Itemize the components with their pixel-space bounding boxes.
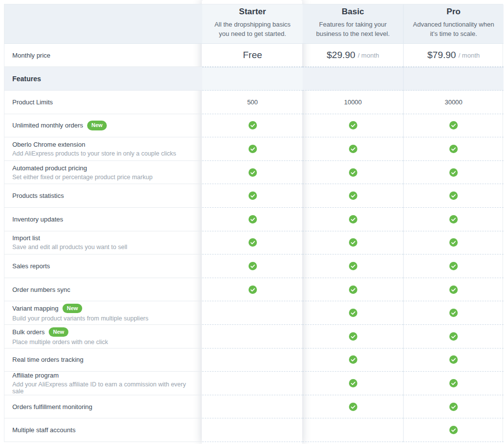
check-icon [449,121,458,129]
feature-value-cell-starter [202,231,303,255]
check-icon [449,215,458,223]
feature-value-cell-basic [303,184,403,208]
feature-row-label: Inventory updates [4,208,202,231]
feature-value-cell-basic [303,114,403,138]
check-icon [449,332,458,341]
check-icon [349,262,357,270]
check-icon [449,168,458,177]
feature-value-cell-basic [303,418,403,442]
check-icon [449,309,458,317]
price-cell-starter: Free [202,44,303,67]
feature-value-cell-starter: 500 [202,91,303,114]
check-icon [349,191,357,200]
feature-value-cell-starter [202,325,303,349]
feature-name: Orders fulfillment monitoring [12,403,93,411]
check-icon [449,355,458,364]
check-icon [449,262,458,270]
feature-value-cell-basic [303,325,403,349]
feature-description: Add your AliExpress affiliate ID to earn… [12,381,196,395]
feature-name: Sales reports [12,262,50,270]
check-icon [249,215,257,223]
feature-row-label: Multiple staff accounts [4,418,202,442]
check-icon [349,215,357,223]
feature-value-cell-starter [202,372,303,395]
feature-value-cell-pro [403,278,504,302]
feature-row-label: Automated product pricingSet either fixe… [4,161,202,185]
feature-row-label: Affiliate programAdd your AliExpress aff… [4,372,202,395]
features-heading-cell: Features [4,67,202,91]
feature-value: 500 [247,98,258,106]
features-heading-spacer-starter [202,67,303,91]
feature-value-cell-starter [202,184,303,208]
price-cell-pro: $79.90 / month [403,44,504,67]
price-basic: $29.90 [327,50,355,61]
check-icon [449,191,458,200]
check-icon [349,121,357,129]
price-pro: $79.90 [427,50,456,61]
feature-name: Import list [12,234,40,242]
feature-name: Affiliate program [12,372,59,379]
new-badge: New [49,327,69,337]
feature-value-cell-starter [202,137,303,161]
plan-header-basic: Basic Features for taking your business … [303,4,403,44]
feature-value-cell-pro [403,325,504,349]
feature-value: 10000 [344,98,362,106]
feature-value-cell-basic [303,231,403,255]
feature-value-cell-pro [403,301,504,325]
check-icon [249,262,257,270]
feature-value-cell-starter [202,161,303,185]
plan-header-starter: Starter All the dropshipping basics you … [202,4,303,44]
feature-row-label: Real time orders tracking [4,349,202,372]
feature-row-label: Unlimited monthly ordersNew [4,114,202,138]
check-icon [249,238,257,247]
feature-description: Add AliExpress products to your store in… [12,150,196,157]
check-icon [249,168,257,177]
check-icon [349,403,357,411]
pricing-page: Starter All the dropshipping basics you … [0,0,504,444]
check-icon [449,379,458,387]
feature-value-cell-starter [202,254,303,278]
features-heading-spacer-pro [403,67,504,91]
check-icon [349,285,357,294]
check-icon [449,238,458,247]
feature-name: Product Limits [12,98,53,106]
feature-value-cell-pro [403,137,504,161]
price-starter: Free [243,50,262,61]
plan-name-pro: Pro [446,7,460,17]
feature-description: Save and edit all products you want to s… [12,244,196,251]
plan-description-starter: All the dropshipping basics you need to … [209,20,296,39]
check-icon [449,403,458,411]
feature-name: Multiple staff accounts [12,426,75,434]
feature-row-label: Product Limits [4,91,202,114]
feature-name: Real time orders tracking [12,356,84,363]
feature-value-cell-basic [303,161,403,185]
plan-name-basic: Basic [342,7,364,17]
feature-value-cell-pro [403,184,504,208]
feature-value-cell-starter [202,208,303,231]
feature-row-label: Variant mappingNewBuild your product var… [4,301,202,325]
feature-row-label: Sales reports [4,254,202,278]
check-icon [349,238,357,247]
pricing-table: Starter All the dropshipping basics you … [4,4,503,442]
feature-value-cell-pro [403,372,504,395]
feature-name: Variant mapping [12,305,59,312]
feature-name: Unlimited monthly orders [12,122,83,129]
feature-value-cell-pro [403,395,504,419]
feature-value-cell-starter [202,395,303,419]
feature-value-cell-starter [202,278,303,302]
feature-description: Build your product variants from multipl… [12,315,196,322]
feature-name: Order numbers sync [12,286,70,293]
feature-value-cell-pro [403,349,504,372]
feature-value-cell-basic [303,278,403,302]
feature-row-label: Orders fulfillment monitoring [4,395,202,419]
feature-value-cell-pro: 30000 [403,91,504,114]
feature-value-cell-pro [403,208,504,231]
check-icon [249,285,257,294]
check-icon [449,426,458,434]
feature-value-cell-basic: 10000 [303,91,403,114]
feature-row-label: Oberlo Chrome extensionAdd AliExpress pr… [4,137,202,161]
check-icon [349,355,357,364]
feature-value-cell-basic [303,301,403,325]
check-icon [249,121,257,129]
price-suffix-pro: / month [458,52,479,59]
